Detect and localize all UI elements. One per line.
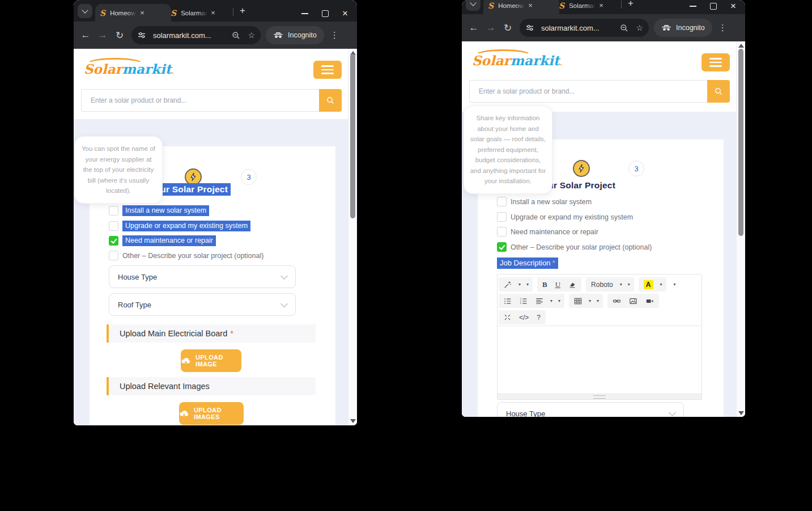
search-button[interactable] xyxy=(707,80,730,103)
option-row[interactable]: Install a new solar system xyxy=(109,205,209,216)
caret-down-icon[interactable]: ▾ xyxy=(657,282,665,287)
new-tab-button[interactable]: + xyxy=(624,0,637,10)
bookmark-star-icon[interactable]: ☆ xyxy=(248,31,255,40)
scrollbar-thumb[interactable] xyxy=(350,54,355,218)
menu-kebab-icon[interactable]: ⋮ xyxy=(719,23,727,33)
caret-down-icon[interactable]: ▾ xyxy=(617,282,625,287)
fullscreen-icon[interactable] xyxy=(500,310,515,324)
caret-down-icon[interactable]: ▾ xyxy=(516,282,524,287)
ordered-list-icon[interactable]: 1 2 3 xyxy=(516,294,532,308)
minimize-button[interactable] xyxy=(690,6,696,7)
menu-kebab-icon[interactable]: ⋮ xyxy=(330,30,339,40)
option-row[interactable]: Other – Describe your solar project (opt… xyxy=(109,251,263,260)
checkbox[interactable] xyxy=(109,221,118,231)
forward-button[interactable]: → xyxy=(94,29,111,41)
tab-homeowner[interactable]: S Homeow × xyxy=(483,0,559,14)
option-row[interactable]: Upgrade or expand my existing system xyxy=(109,221,250,231)
solarmarkit-logo[interactable]: Solarmarkit. xyxy=(472,54,562,70)
page-scrollbar[interactable] xyxy=(736,41,745,417)
checkbox[interactable] xyxy=(497,197,507,206)
maximize-button[interactable] xyxy=(710,3,717,10)
bookmark-star-icon[interactable]: ☆ xyxy=(636,23,643,32)
house-type-select[interactable]: House Type xyxy=(109,265,296,288)
solarmarkit-logo[interactable]: Solarmarkit. xyxy=(84,62,174,78)
tab-close-icon[interactable]: × xyxy=(140,9,144,16)
tab-close-icon[interactable]: × xyxy=(599,2,603,9)
caret-down-icon[interactable]: ▾ xyxy=(625,282,633,287)
caret-down-icon[interactable]: ▾ xyxy=(594,298,602,303)
tab-search-button[interactable] xyxy=(466,0,481,11)
page-scrollbar[interactable] xyxy=(348,49,357,425)
checkbox[interactable] xyxy=(497,227,507,237)
editor-resize-bar[interactable] xyxy=(498,394,702,399)
checkbox-checked[interactable] xyxy=(497,242,507,252)
zoom-out-icon[interactable] xyxy=(617,21,631,35)
bold-button[interactable]: B xyxy=(538,277,551,292)
checkbox[interactable] xyxy=(109,251,118,260)
checkbox-checked[interactable] xyxy=(109,236,118,246)
scroll-down-icon[interactable] xyxy=(350,419,356,423)
upload-image-button[interactable]: UPLOAD IMAGE xyxy=(181,349,241,372)
search-button[interactable] xyxy=(319,89,342,112)
help-button[interactable]: ? xyxy=(533,310,545,324)
checkbox[interactable] xyxy=(497,212,507,222)
forward-button[interactable]: → xyxy=(482,22,499,33)
option-row[interactable]: Other – Describe your solar project (opt… xyxy=(497,242,652,252)
code-view-button[interactable]: </> xyxy=(515,310,533,324)
scroll-down-icon[interactable] xyxy=(738,411,744,415)
checkbox[interactable] xyxy=(109,206,118,216)
unordered-list-icon[interactable] xyxy=(500,294,516,308)
roof-type-select[interactable]: Roof Type xyxy=(109,293,296,316)
zoom-out-icon[interactable] xyxy=(229,28,243,42)
caret-down-icon[interactable]: ▾ xyxy=(524,282,532,287)
paragraph-align-icon[interactable] xyxy=(532,294,547,308)
address-bar[interactable]: solarmarkit.com... ☆ xyxy=(520,19,649,37)
search-input[interactable] xyxy=(81,89,319,112)
tab-close-icon[interactable]: × xyxy=(528,2,533,9)
window-close-button[interactable]: × xyxy=(342,10,348,17)
editor-text-area[interactable] xyxy=(498,326,702,394)
tab-homeowner[interactable]: S Homeow × xyxy=(95,4,171,22)
reload-button[interactable]: ↻ xyxy=(111,29,128,41)
reload-button[interactable]: ↻ xyxy=(499,22,516,34)
search-input[interactable] xyxy=(469,80,707,103)
tab-search-button[interactable] xyxy=(78,4,92,18)
check-icon xyxy=(110,237,117,244)
image-icon[interactable] xyxy=(625,294,641,308)
option-row[interactable]: Upgrade or expand my existing system xyxy=(497,212,633,222)
caret-down-icon[interactable]: ▾ xyxy=(555,298,563,303)
house-type-select[interactable]: House Type xyxy=(497,402,684,417)
magic-wand-icon[interactable] xyxy=(500,277,516,292)
caret-down-icon[interactable]: ▾ xyxy=(547,298,555,303)
scroll-up-icon[interactable] xyxy=(738,44,744,48)
video-icon[interactable] xyxy=(641,294,658,308)
window-close-button[interactable]: × xyxy=(730,2,736,10)
rich-text-editor[interactable]: ▾ ▾ B U Roboto ▾ ▾ xyxy=(497,274,702,400)
option-row[interactable]: Install a new solar system xyxy=(497,197,592,206)
back-button[interactable]: ← xyxy=(465,22,482,33)
hamburger-menu-button[interactable] xyxy=(702,53,730,71)
scrollbar-thumb[interactable] xyxy=(738,49,743,236)
site-info-icon[interactable] xyxy=(135,28,148,42)
caret-down-icon[interactable]: ▾ xyxy=(671,282,679,287)
eraser-icon[interactable] xyxy=(564,277,580,292)
table-icon[interactable] xyxy=(570,294,586,308)
font-color-button[interactable]: A xyxy=(640,277,657,292)
minimize-button[interactable] xyxy=(301,13,308,14)
link-icon[interactable] xyxy=(609,294,625,308)
font-family-select[interactable]: Roboto xyxy=(587,277,617,292)
tab-solarmarkit[interactable]: S Solarmar × xyxy=(166,4,237,22)
tab-solarmarkit[interactable]: S Solarmar × xyxy=(554,0,626,14)
underline-button[interactable]: U xyxy=(551,277,564,292)
upload-images-button[interactable]: UPLOAD IMAGES xyxy=(179,402,244,425)
maximize-button[interactable] xyxy=(322,10,329,17)
caret-down-icon[interactable]: ▾ xyxy=(586,298,594,303)
back-button[interactable]: ← xyxy=(77,29,94,41)
option-row[interactable]: Need maintenance or repair xyxy=(109,235,216,246)
site-info-icon[interactable] xyxy=(523,21,537,35)
option-row[interactable]: Need maintenance or repair xyxy=(497,227,598,237)
tab-close-icon[interactable]: × xyxy=(211,9,215,16)
new-tab-button[interactable]: + xyxy=(236,4,249,18)
hamburger-menu-button[interactable] xyxy=(313,61,342,79)
address-bar[interactable]: solarmarkit.com... ☆ xyxy=(131,26,261,44)
